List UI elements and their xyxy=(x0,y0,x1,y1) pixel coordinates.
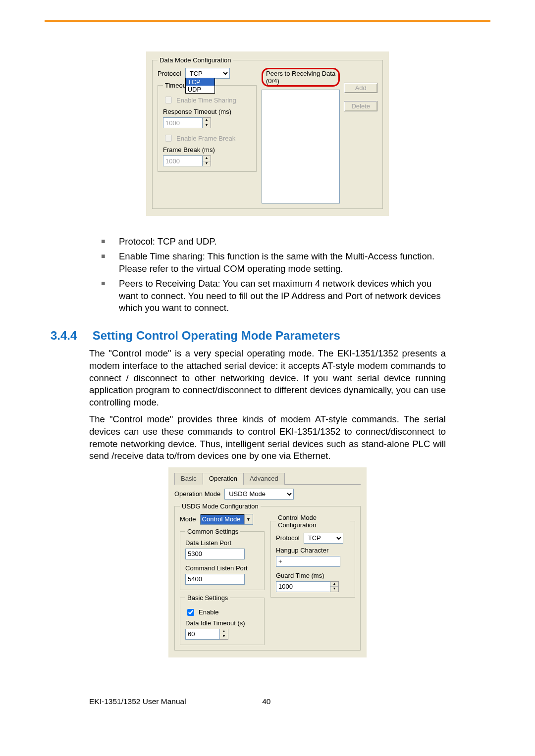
protocol-select[interactable]: TCP xyxy=(185,68,230,79)
group-basic-settings: Basic Settings Enable Data Idle Timeout … xyxy=(180,594,265,645)
section-title: Setting Control Operating Mode Parameter… xyxy=(93,329,340,342)
group-control-mode-config: Control Mode Configuration Protocol TCP … xyxy=(270,514,355,598)
footer-page-number: 40 xyxy=(257,697,276,706)
data-listen-input[interactable] xyxy=(185,549,245,559)
enable-frame-break-input[interactable] xyxy=(165,135,172,142)
protocol-option-udp[interactable]: UDP xyxy=(186,86,214,93)
idle-timeout-label: Data Idle Timeout (s) xyxy=(185,619,259,627)
peers-highlight-annotation: Peers to Receiving Data (0/4) xyxy=(262,68,340,87)
section-paragraph: The "Control mode" provides three kinds … xyxy=(89,413,446,462)
footer-spacer xyxy=(347,697,446,706)
spin-up-icon[interactable]: ▲ xyxy=(220,629,228,635)
bullet-item: Peers to Receiving Data: You can set max… xyxy=(101,278,446,314)
spin-down-icon[interactable]: ▼ xyxy=(330,587,338,592)
frame-break-input[interactable] xyxy=(163,155,203,166)
common-group-title: Common Settings xyxy=(185,528,240,535)
footer-manual-title: EKI-1351/1352 User Manual xyxy=(89,697,186,706)
tab-advanced[interactable]: Advanced xyxy=(243,473,285,485)
idle-timeout-spinner[interactable]: ▲ ▼ xyxy=(220,629,228,640)
spin-up-icon[interactable]: ▲ xyxy=(203,156,211,161)
guard-time-label: Guard Time (ms) xyxy=(276,572,350,579)
group-data-mode-config: Data Mode Configuration Protocol TCP TC xyxy=(152,56,383,209)
guard-time-spinner[interactable]: ▲ ▼ xyxy=(330,581,339,592)
section-number: 3.4.4 xyxy=(51,329,89,343)
add-button[interactable]: Add xyxy=(344,83,377,93)
delete-button[interactable]: Delete xyxy=(344,101,377,111)
frame-break-label: Frame Break (ms) xyxy=(163,146,251,153)
data-listen-label: Data Listen Port xyxy=(185,539,259,547)
protocol-option-tcp[interactable]: TCP xyxy=(186,78,214,86)
cmd-listen-input[interactable] xyxy=(185,574,245,585)
enable-checkbox-input[interactable] xyxy=(187,609,194,616)
response-timeout-label: Response Timeout (ms) xyxy=(163,108,251,115)
enable-label: Enable xyxy=(199,608,218,616)
hangup-label: Hangup Character xyxy=(276,547,350,554)
spin-down-icon[interactable]: ▼ xyxy=(220,634,228,639)
enable-frame-break-checkbox[interactable]: Enable Frame Break xyxy=(163,133,251,143)
guard-time-input[interactable] xyxy=(276,581,330,592)
idle-timeout-input[interactable] xyxy=(185,629,220,640)
enable-checkbox[interactable]: Enable xyxy=(185,607,259,617)
spin-up-icon[interactable]: ▲ xyxy=(330,582,338,587)
usdg-group-title: USDG Mode Configuration xyxy=(180,503,261,510)
screenshot-data-mode: Data Mode Configuration Protocol TCP TC xyxy=(146,51,389,216)
mode-label: Mode xyxy=(180,515,196,523)
bullet-item: Enable Time sharing: This function is th… xyxy=(101,251,446,275)
peers-listbox[interactable] xyxy=(262,90,340,203)
chevron-down-icon[interactable]: ▼ xyxy=(244,514,253,524)
operation-mode-select[interactable]: USDG Mode xyxy=(224,489,294,500)
screenshot-control-mode: Basic Operation Advanced Operation Mode … xyxy=(168,467,367,657)
group-usdg-config: USDG Mode Configuration Mode Control Mod… xyxy=(174,503,361,651)
hangup-input[interactable] xyxy=(276,556,340,567)
cmd-listen-label: Command Listen Port xyxy=(185,564,259,572)
peers-title: Peers to Receiving Data (0/4) xyxy=(266,70,335,85)
tab-basic[interactable]: Basic xyxy=(174,473,203,485)
enable-frame-break-label: Enable Frame Break xyxy=(176,135,235,142)
spin-down-icon[interactable]: ▼ xyxy=(203,123,211,128)
protocol-label: Protocol xyxy=(158,70,181,77)
ctrl-protocol-label: Protocol xyxy=(276,534,300,542)
group-common-settings: Common Settings Data Listen Port Command… xyxy=(180,528,265,590)
enable-time-sharing-checkbox[interactable]: Enable Time Sharing xyxy=(163,95,251,105)
frame-break-spinner[interactable]: ▲ ▼ xyxy=(203,155,211,166)
response-timeout-input[interactable] xyxy=(163,117,203,128)
bullet-item: Protocol: TCP and UDP. xyxy=(101,236,446,248)
spin-up-icon[interactable]: ▲ xyxy=(203,118,211,123)
header-rule xyxy=(45,20,490,22)
page-footer: EKI-1351/1352 User Manual 40 xyxy=(0,677,535,706)
protocol-dropdown-list[interactable]: TCP UDP xyxy=(185,78,215,94)
ctrl-protocol-select[interactable]: TCP xyxy=(304,533,343,544)
section-heading: 3.4.4 Setting Control Operating Mode Par… xyxy=(51,329,446,343)
operation-mode-label: Operation Mode xyxy=(174,490,220,498)
response-timeout-spinner[interactable]: ▲ ▼ xyxy=(203,117,211,128)
mode-select[interactable]: Control Mode ▼ xyxy=(200,514,253,525)
section-paragraph: The "Control mode" is a very special ope… xyxy=(89,348,446,408)
mode-select-value: Control Mode xyxy=(201,514,244,524)
ctrl-group-title: Control Mode Configuration xyxy=(276,514,350,529)
enable-time-sharing-label: Enable Time Sharing xyxy=(176,97,236,104)
tab-bar: Basic Operation Advanced xyxy=(174,472,361,485)
tab-operation[interactable]: Operation xyxy=(203,473,244,485)
enable-time-sharing-input[interactable] xyxy=(165,97,172,103)
group-timeout-settings: Timeout Settings Enable Time Sharing Res… xyxy=(158,82,257,172)
spin-down-icon[interactable]: ▼ xyxy=(203,161,211,166)
bullet-list: Protocol: TCP and UDP. Enable Time shari… xyxy=(89,236,446,314)
group-title: Data Mode Configuration xyxy=(158,56,233,64)
basic-group-title: Basic Settings xyxy=(185,594,230,602)
